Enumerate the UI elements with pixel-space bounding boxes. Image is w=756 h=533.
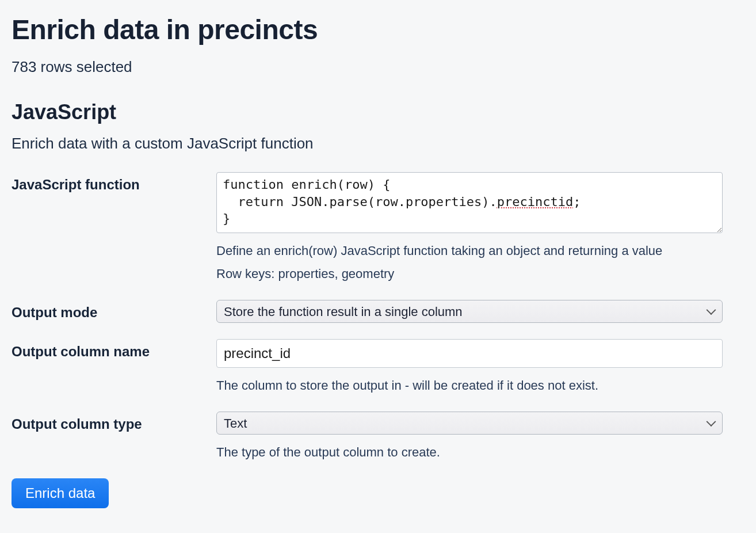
- code-line-2-post: ;: [573, 195, 581, 209]
- code-line-1: function enrich(row) {: [223, 177, 390, 192]
- help-output-column-type: The type of the output column to create.: [216, 443, 723, 462]
- field-output-column-name: The column to store the output in - will…: [216, 339, 723, 395]
- code-line-3: }: [223, 211, 230, 226]
- help-js-function-line2: Row keys: properties, geometry: [216, 264, 723, 284]
- label-output-column-name: Output column name: [12, 339, 216, 360]
- row-output-column-type: Output column type Text The type of the …: [12, 412, 725, 462]
- rows-selected-text: 783 rows selected: [12, 58, 725, 76]
- enrich-data-button[interactable]: Enrich data: [12, 478, 109, 508]
- js-function-textarea[interactable]: function enrich(row) { return JSON.parse…: [216, 172, 723, 233]
- help-js-function-line1: Define an enrich(row) JavaScript functio…: [216, 243, 662, 258]
- label-output-column-type: Output column type: [12, 412, 216, 432]
- select-wrap-output-mode: Store the function result in a single co…: [216, 300, 723, 323]
- page-title: Enrich data in precincts: [12, 14, 725, 45]
- help-js-function: Define an enrich(row) JavaScript functio…: [216, 241, 723, 284]
- output-column-name-input[interactable]: [216, 339, 723, 368]
- enrich-data-page: Enrich data in precincts 783 rows select…: [0, 0, 736, 531]
- row-output-column-name: Output column name The column to store t…: [12, 339, 725, 395]
- section-title-javascript: JavaScript: [12, 100, 725, 124]
- help-output-column-name: The column to store the output in - will…: [216, 376, 723, 395]
- section-description: Enrich data with a custom JavaScript fun…: [12, 135, 725, 153]
- field-output-mode: Store the function result in a single co…: [216, 300, 723, 323]
- code-line-2-spell: precinctid: [497, 195, 573, 209]
- code-line-2-pre: return JSON.parse(row.properties).: [223, 195, 497, 209]
- select-wrap-output-column-type: Text: [216, 412, 723, 435]
- output-mode-select[interactable]: Store the function result in a single co…: [216, 300, 723, 323]
- field-output-column-type: Text The type of the output column to cr…: [216, 412, 723, 462]
- label-js-function: JavaScript function: [12, 172, 216, 193]
- label-output-mode: Output mode: [12, 300, 216, 321]
- submit-row: Enrich data: [12, 478, 725, 508]
- field-js-function: function enrich(row) { return JSON.parse…: [216, 172, 723, 284]
- row-output-mode: Output mode Store the function result in…: [12, 300, 725, 323]
- row-js-function: JavaScript function function enrich(row)…: [12, 172, 725, 284]
- output-column-type-select[interactable]: Text: [216, 412, 723, 435]
